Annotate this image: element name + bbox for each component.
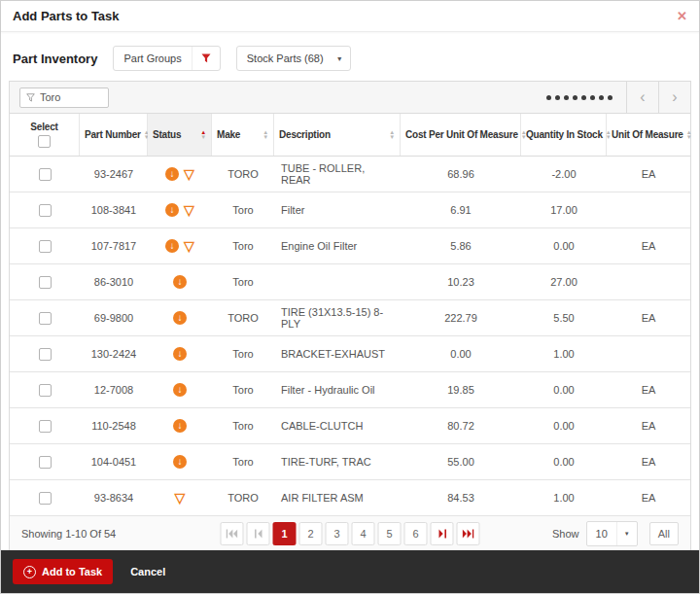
quantity-cell: 1.00: [521, 336, 607, 371]
columns-next-button[interactable]: [658, 82, 690, 113]
modal-titlebar: Add Parts to Task: [1, 1, 699, 32]
uom-cell: [607, 192, 690, 227]
row-checkbox[interactable]: [39, 456, 52, 469]
table-row: 86-3010 Toro 10.23 27.00: [10, 264, 690, 300]
row-select-cell: [10, 264, 80, 299]
table-body: 93-2467 TORO TUBE - ROLLER, REAR 68.96 -…: [10, 157, 690, 516]
table-row: 12-7008 Toro Filter - Hydraulic Oil 19.8…: [10, 372, 690, 408]
close-icon[interactable]: [677, 10, 687, 22]
quantity-cell: 17.00: [521, 192, 607, 227]
page-button-4[interactable]: 4: [352, 522, 375, 545]
part-groups-button[interactable]: Part Groups: [113, 46, 220, 71]
row-select-cell: [10, 372, 80, 407]
grid-filter-box[interactable]: [19, 87, 109, 108]
table-row: 130-2424 Toro BRACKET-EXHAUST 0.00 1.00: [10, 336, 690, 372]
make-cell: Toro: [212, 192, 274, 227]
status-cell: [148, 157, 212, 192]
arrow-down-circle-icon: [173, 347, 187, 361]
show-all-button[interactable]: All: [649, 522, 679, 545]
uom-cell: EA: [607, 480, 690, 515]
status-cell: [148, 444, 212, 479]
description-cell: Filter: [274, 192, 401, 227]
page-button-5[interactable]: 5: [378, 522, 402, 545]
chevron-down-icon: [336, 55, 343, 62]
table-row: 93-2467 TORO TUBE - ROLLER, REAR 68.96 -…: [10, 157, 690, 192]
status-cell: [148, 192, 212, 227]
uom-cell: [607, 336, 690, 371]
part-number-cell: 104-0451: [80, 444, 148, 479]
part-groups-label: Part Groups: [114, 47, 191, 70]
next-page-button[interactable]: [431, 522, 454, 545]
table-row: 110-2548 Toro CABLE-CLUTCH 80.72 0.00 EA: [10, 408, 690, 444]
arrow-down-circle-icon: [173, 455, 187, 469]
part-number-cell: 108-3841: [80, 192, 148, 227]
dot-icon: [599, 95, 604, 100]
columns-prev-button[interactable]: [626, 82, 658, 113]
row-checkbox[interactable]: [39, 276, 52, 289]
row-checkbox[interactable]: [39, 348, 52, 361]
arrow-down-circle-icon: [173, 419, 187, 433]
description-cell: TIRE (31X13.5-15) 8-PLY: [274, 300, 401, 335]
warning-triangle-icon: [184, 239, 194, 253]
row-checkbox[interactable]: [39, 312, 52, 325]
row-checkbox[interactable]: [39, 420, 52, 433]
cost-cell: 55.00: [401, 444, 521, 479]
cost-cell: 84.53: [401, 480, 521, 515]
column-header-cost[interactable]: Cost Per Unit Of Measure: [401, 114, 521, 156]
filter-icon: [192, 47, 220, 70]
row-checkbox[interactable]: [39, 240, 52, 253]
page-button-1[interactable]: 1: [273, 522, 297, 545]
page-button-2[interactable]: 2: [299, 522, 323, 545]
stock-parts-select[interactable]: Stock Parts (68): [236, 46, 351, 71]
cancel-button[interactable]: Cancel: [130, 566, 165, 577]
row-select-cell: [10, 300, 80, 335]
column-header-uom[interactable]: Unit Of Measure: [607, 114, 690, 156]
page-list: 123456: [273, 522, 428, 545]
grid-filter-input[interactable]: [40, 91, 102, 103]
description-cell: AIR FILTER ASM: [274, 480, 401, 515]
quantity-cell: 0.00: [521, 444, 607, 479]
column-header-make[interactable]: Make: [212, 114, 274, 156]
uom-cell: EA: [607, 228, 690, 263]
column-header-status[interactable]: Status: [148, 114, 212, 156]
dot-icon: [581, 95, 586, 100]
description-cell: [274, 264, 401, 299]
column-header-quantity[interactable]: Quantity In Stock: [521, 114, 607, 156]
status-cell: [148, 372, 212, 407]
page-button-6[interactable]: 6: [404, 522, 428, 545]
make-cell: Toro: [212, 228, 274, 263]
row-select-cell: [10, 228, 80, 263]
make-cell: Toro: [212, 372, 274, 407]
make-cell: TORO: [212, 157, 274, 192]
page-size-select[interactable]: 10: [586, 521, 638, 546]
prev-page-button[interactable]: [247, 522, 270, 545]
dot-icon: [546, 95, 551, 100]
make-cell: Toro: [212, 336, 274, 371]
dot-icon: [590, 95, 595, 100]
last-page-button[interactable]: [457, 522, 480, 545]
table-row: 69-9800 TORO TIRE (31X13.5-15) 8-PLY 222…: [10, 300, 690, 336]
select-all-checkbox[interactable]: [38, 135, 51, 148]
page-size-controls: Show 10 All: [552, 521, 679, 546]
row-select-cell: [10, 480, 80, 515]
sort-icon: [260, 130, 268, 140]
quantity-cell: 27.00: [521, 264, 607, 299]
row-checkbox[interactable]: [39, 492, 52, 505]
part-number-cell: 12-7008: [80, 372, 148, 407]
row-checkbox[interactable]: [39, 204, 52, 217]
first-page-button[interactable]: [221, 522, 244, 545]
add-to-task-button[interactable]: Add to Task: [13, 559, 113, 584]
section-label: Part Inventory: [13, 52, 97, 66]
page-button-3[interactable]: 3: [326, 522, 349, 545]
table-row: 107-7817 Toro Engine Oil Filter 5.86 0.0…: [10, 228, 690, 264]
column-header-description[interactable]: Description: [274, 114, 401, 156]
column-header-part-number[interactable]: Part Number: [80, 114, 148, 156]
cost-cell: 19.85: [401, 372, 521, 407]
status-cell: [148, 264, 212, 299]
quantity-cell: 0.00: [521, 408, 607, 443]
row-checkbox[interactable]: [39, 168, 52, 181]
part-number-cell: 93-8634: [80, 480, 148, 515]
row-checkbox[interactable]: [39, 384, 52, 397]
cost-cell: 10.23: [401, 264, 521, 299]
sort-icon: [386, 130, 395, 140]
